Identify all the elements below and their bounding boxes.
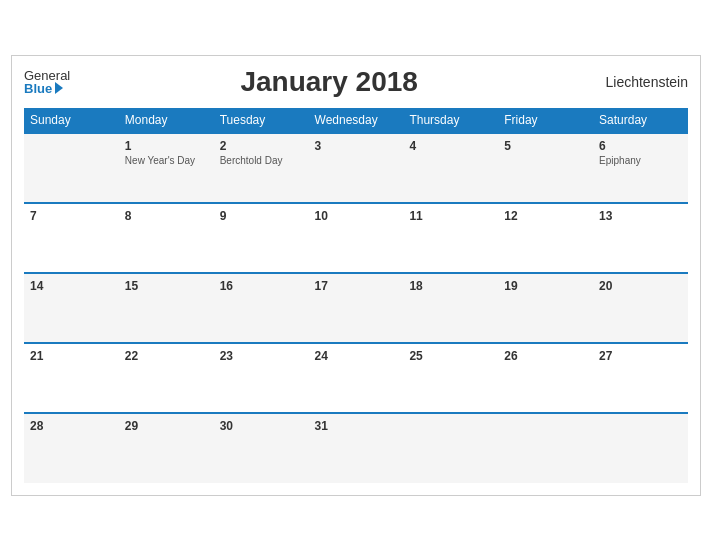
day-number: 26 — [504, 349, 587, 363]
calendar-cell: 29 — [119, 413, 214, 483]
day-number: 30 — [220, 419, 303, 433]
calendar-cell — [403, 413, 498, 483]
calendar-cell: 30 — [214, 413, 309, 483]
calendar-cell: 2Berchtold Day — [214, 133, 309, 203]
calendar-cell: 1New Year's Day — [119, 133, 214, 203]
day-number: 21 — [30, 349, 113, 363]
day-number: 14 — [30, 279, 113, 293]
day-number: 31 — [315, 419, 398, 433]
calendar-title: January 2018 — [70, 66, 588, 98]
logo-triangle-icon — [55, 82, 63, 94]
day-number: 2 — [220, 139, 303, 153]
day-number: 10 — [315, 209, 398, 223]
calendar-cell: 21 — [24, 343, 119, 413]
calendar-cell: 26 — [498, 343, 593, 413]
calendar-cell: 28 — [24, 413, 119, 483]
calendar-cell: 7 — [24, 203, 119, 273]
calendar-grid: Sunday Monday Tuesday Wednesday Thursday… — [24, 108, 688, 483]
calendar-cell: 6Epiphany — [593, 133, 688, 203]
day-number: 28 — [30, 419, 113, 433]
day-number: 6 — [599, 139, 682, 153]
logo: General Blue — [24, 69, 70, 95]
calendar-cell: 12 — [498, 203, 593, 273]
day-number: 1 — [125, 139, 208, 153]
day-number: 20 — [599, 279, 682, 293]
day-number: 23 — [220, 349, 303, 363]
day-number: 8 — [125, 209, 208, 223]
week-row-3: 14151617181920 — [24, 273, 688, 343]
calendar-container: General Blue January 2018 Liechtenstein … — [11, 55, 701, 496]
calendar-cell: 5 — [498, 133, 593, 203]
day-number: 24 — [315, 349, 398, 363]
header-monday: Monday — [119, 108, 214, 133]
calendar-cell: 10 — [309, 203, 404, 273]
calendar-cell: 24 — [309, 343, 404, 413]
header-thursday: Thursday — [403, 108, 498, 133]
calendar-cell: 3 — [309, 133, 404, 203]
day-number: 12 — [504, 209, 587, 223]
header-tuesday: Tuesday — [214, 108, 309, 133]
day-number: 13 — [599, 209, 682, 223]
header-wednesday: Wednesday — [309, 108, 404, 133]
day-number: 3 — [315, 139, 398, 153]
day-number: 18 — [409, 279, 492, 293]
header-saturday: Saturday — [593, 108, 688, 133]
holiday-name: Epiphany — [599, 155, 682, 166]
week-row-4: 21222324252627 — [24, 343, 688, 413]
header-sunday: Sunday — [24, 108, 119, 133]
day-number: 7 — [30, 209, 113, 223]
calendar-cell: 27 — [593, 343, 688, 413]
day-number: 25 — [409, 349, 492, 363]
calendar-cell: 18 — [403, 273, 498, 343]
calendar-cell — [498, 413, 593, 483]
logo-blue-text: Blue — [24, 82, 70, 95]
calendar-cell — [593, 413, 688, 483]
calendar-cell: 13 — [593, 203, 688, 273]
calendar-cell: 20 — [593, 273, 688, 343]
day-number: 17 — [315, 279, 398, 293]
day-number: 5 — [504, 139, 587, 153]
day-number: 27 — [599, 349, 682, 363]
calendar-cell: 17 — [309, 273, 404, 343]
day-number: 22 — [125, 349, 208, 363]
calendar-cell — [24, 133, 119, 203]
week-row-5: 28293031 — [24, 413, 688, 483]
calendar-cell: 14 — [24, 273, 119, 343]
calendar-cell: 11 — [403, 203, 498, 273]
day-number: 9 — [220, 209, 303, 223]
week-row-1: 1New Year's Day2Berchtold Day3456Epiphan… — [24, 133, 688, 203]
holiday-name: Berchtold Day — [220, 155, 303, 166]
calendar-cell: 25 — [403, 343, 498, 413]
day-number: 15 — [125, 279, 208, 293]
day-number: 19 — [504, 279, 587, 293]
calendar-cell: 22 — [119, 343, 214, 413]
week-row-2: 78910111213 — [24, 203, 688, 273]
day-number: 4 — [409, 139, 492, 153]
day-number: 11 — [409, 209, 492, 223]
calendar-cell: 19 — [498, 273, 593, 343]
day-number: 29 — [125, 419, 208, 433]
calendar-cell: 16 — [214, 273, 309, 343]
calendar-cell: 31 — [309, 413, 404, 483]
calendar-header: General Blue January 2018 Liechtenstein — [24, 66, 688, 98]
header-friday: Friday — [498, 108, 593, 133]
calendar-cell: 4 — [403, 133, 498, 203]
day-number: 16 — [220, 279, 303, 293]
calendar-cell: 23 — [214, 343, 309, 413]
calendar-cell: 9 — [214, 203, 309, 273]
country-name: Liechtenstein — [588, 74, 688, 90]
weekday-header-row: Sunday Monday Tuesday Wednesday Thursday… — [24, 108, 688, 133]
calendar-cell: 15 — [119, 273, 214, 343]
logo-general-text: General — [24, 69, 70, 82]
calendar-cell: 8 — [119, 203, 214, 273]
holiday-name: New Year's Day — [125, 155, 208, 166]
